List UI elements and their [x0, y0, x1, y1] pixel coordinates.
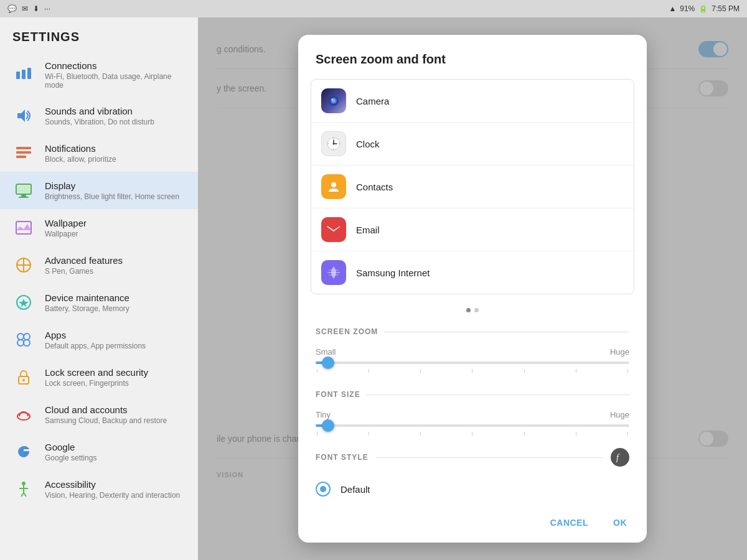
sidebar-title: SETTINGS [0, 17, 198, 53]
wifi-icon: ▲ [669, 4, 676, 13]
email-icon [321, 217, 346, 242]
app-list: Camera Clock Contacts [311, 79, 634, 294]
cloud-icon [12, 403, 35, 426]
font-size-label: FONT SIZE [316, 390, 629, 399]
time-display: 7:55 PM [712, 4, 740, 13]
notifications-label: Notifications [45, 143, 186, 154]
font-style-header: FONT STYLE f [298, 448, 647, 467]
device-label: Device maintenance [45, 292, 186, 303]
lock-label: Lock screen and security [45, 367, 186, 378]
battery-percent: 91% [680, 4, 695, 13]
font-size-slider-row: Tiny Huge [316, 405, 629, 446]
app-item-internet[interactable]: Samsung Internet [311, 251, 634, 294]
display-label: Display [45, 180, 186, 191]
sidebar-item-wallpaper[interactable]: Wallpaper Wallpaper [0, 209, 198, 246]
sidebar-item-advanced[interactable]: Advanced features S Pen, Games [0, 246, 198, 284]
dialog-overlay: Screen zoom and font Camera [198, 17, 747, 560]
dialog-title: Screen zoom and font [298, 52, 647, 79]
sounds-subtitle: Sounds, Vibration, Do not disturb [45, 118, 186, 126]
status-bar-right: ▲ 91% 🔋 7:55 PM [669, 4, 740, 13]
notifications-subtitle: Block, allow, prioritize [45, 155, 186, 164]
accessibility-label: Accessibility [45, 479, 186, 490]
download-icon: ⬇ [33, 4, 39, 13]
connections-label: Connections [45, 60, 186, 71]
pagination-dots [298, 304, 647, 322]
advanced-label: Advanced features [45, 255, 186, 266]
app-item-contacts[interactable]: Contacts [311, 166, 634, 208]
svg-point-31 [332, 99, 334, 101]
sidebar-item-cloud[interactable]: Cloud and accounts Samsung Cloud, Backup… [0, 396, 198, 433]
sidebar-item-notifications[interactable]: Notifications Block, allow, prioritize [0, 134, 198, 172]
notifications-icon [12, 142, 35, 164]
font-size-section: FONT SIZE Tiny Huge [298, 385, 647, 448]
font-size-thumb[interactable] [322, 419, 334, 432]
wallpaper-icon [12, 217, 35, 239]
svg-point-23 [22, 482, 26, 485]
radio-circle-default [316, 482, 331, 497]
apps-icon [12, 329, 35, 351]
app-item-clock[interactable]: Clock [311, 123, 634, 166]
svg-point-19 [24, 340, 30, 346]
main-layout: SETTINGS Connections Wi-Fi, Bluetooth, D… [0, 17, 747, 560]
connections-icon [12, 64, 35, 86]
dot-1[interactable] [466, 308, 471, 312]
svg-point-16 [17, 334, 24, 340]
dot-2[interactable] [474, 308, 479, 312]
sidebar-item-device[interactable]: Device maintenance Battery, Storage, Mem… [0, 284, 198, 321]
font-size-max: Huge [610, 410, 629, 419]
internet-icon [321, 260, 346, 285]
font-default-label: Default [341, 484, 370, 495]
svg-point-35 [333, 143, 335, 145]
advanced-icon [12, 254, 35, 276]
svg-point-18 [17, 340, 24, 346]
screen-zoom-slider-row: Small Huge [316, 342, 629, 383]
sidebar-item-connections[interactable]: Connections Wi-Fi, Bluetooth, Data usage… [0, 53, 198, 97]
accessibility-icon [12, 478, 35, 500]
svg-rect-4 [16, 147, 31, 149]
battery-icon: 🔋 [698, 4, 708, 13]
google-label: Google [45, 442, 186, 452]
svg-point-40 [331, 182, 336, 187]
app-item-camera[interactable]: Camera [311, 80, 634, 123]
screen-zoom-min: Small [316, 347, 336, 357]
svg-rect-9 [19, 197, 29, 198]
screen-zoom-track[interactable] [316, 362, 629, 364]
contacts-name: Contacts [356, 182, 393, 192]
svg-rect-41 [327, 225, 340, 234]
sidebar-item-apps[interactable]: Apps Default apps, App permissions [0, 321, 198, 358]
display-icon [12, 179, 35, 202]
cancel-button[interactable]: CANCEL [543, 513, 596, 533]
screen-zoom-max: Huge [610, 347, 629, 357]
screen-zoom-label: SCREEN ZOOM [316, 327, 629, 336]
svg-rect-2 [27, 68, 31, 79]
svg-rect-8 [21, 195, 26, 197]
content-area: g conditions. y the screen. ile your pho… [198, 17, 747, 560]
screen-zoom-dialog: Screen zoom and font Camera [298, 35, 647, 543]
font-size-track[interactable] [316, 424, 629, 427]
status-bar: 💬 ✉ ⬇ ··· ▲ 91% 🔋 7:55 PM [0, 0, 747, 17]
advanced-subtitle: S Pen, Games [45, 267, 186, 276]
contacts-icon [321, 174, 346, 199]
sidebar-item-sounds[interactable]: Sounds and vibration Sounds, Vibration, … [0, 97, 198, 134]
google-icon [12, 441, 35, 463]
font-default-option[interactable]: Default [298, 475, 647, 508]
sidebar-item-google[interactable]: Google Google settings [0, 433, 198, 470]
cloud-subtitle: Samsung Cloud, Backup and restore [45, 416, 186, 425]
cloud-label: Cloud and accounts [45, 404, 186, 415]
font-style-icon[interactable]: f [611, 448, 629, 467]
sidebar-item-accessibility[interactable]: Accessibility Vision, Hearing, Dexterity… [0, 470, 198, 508]
sidebar-item-lock[interactable]: Lock screen and security Lock screen, Fi… [0, 358, 198, 396]
ok-button[interactable]: OK [606, 513, 634, 533]
svg-rect-1 [22, 70, 26, 79]
svg-text:f: f [616, 453, 620, 462]
dialog-actions: CANCEL OK [298, 508, 647, 543]
app-item-email[interactable]: Email [311, 208, 634, 251]
screen-zoom-thumb[interactable] [322, 357, 334, 369]
email-name: Email [356, 225, 380, 235]
screen-zoom-section: SCREEN ZOOM Small Huge [298, 322, 647, 385]
accessibility-subtitle: Vision, Hearing, Dexterity and interacti… [45, 491, 186, 500]
camera-name: Camera [356, 96, 389, 106]
sidebar-item-display[interactable]: Display Brightness, Blue light filter, H… [0, 172, 198, 209]
svg-line-27 [24, 493, 26, 497]
wallpaper-label: Wallpaper [45, 218, 186, 228]
